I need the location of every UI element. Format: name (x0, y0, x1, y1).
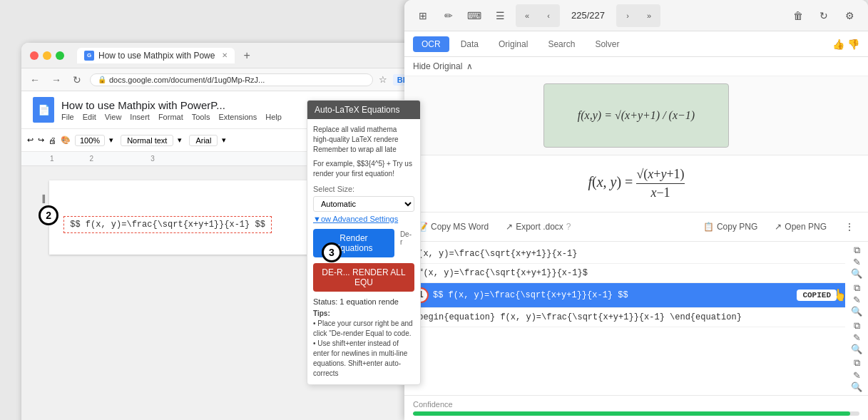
minimize-button[interactable] (43, 51, 51, 60)
thumbs-up-btn[interactable]: 👍 (832, 39, 844, 50)
denominator: x−1 (636, 184, 684, 200)
open-png-btn[interactable]: ↗ Open PNG (770, 220, 831, 234)
export-icon: ↗ (506, 222, 513, 232)
style-arrow[interactable]: ▾ (178, 135, 182, 145)
address-bar[interactable]: 🔒 docs.google.com/document/d/1ug0Mp-RzJ.… (90, 73, 373, 86)
maximize-button[interactable] (56, 51, 64, 60)
edit-result-4-btn[interactable]: ✎ (847, 369, 867, 380)
search-result-1-btn[interactable]: 🔍 (847, 268, 867, 279)
menu-help[interactable]: Help (265, 113, 282, 121)
toolbar-menu-btn[interactable]: ☰ (490, 6, 510, 26)
copy-result-3-btn[interactable]: ⧉ (847, 320, 867, 332)
export-docx-btn[interactable]: ↗ Export .docx ? (501, 220, 575, 234)
font-arrow[interactable]: ▾ (222, 135, 226, 145)
menu-insert[interactable]: Insert (130, 113, 150, 121)
more-options-btn[interactable]: ⋮ (839, 217, 859, 237)
toolbar-snip-btn[interactable]: ⊞ (413, 6, 433, 26)
mp-actions-row: 📝 Copy MS Word ↗ Export .docx ? 📋 Copy P… (404, 212, 868, 242)
hide-original-label: Hide Original (413, 61, 462, 71)
confidence-section: Confidence (404, 395, 868, 420)
zoom-arrow[interactable]: ▾ (109, 135, 113, 145)
tip-2: • Use shift+enter instead of enter for n… (313, 339, 414, 379)
mp-right-icons: ⧉ ✎ 🔍 ⧉ ✎ 🔍 ⧉ ✎ 🔍 ⧉ ✎ 🔍 (845, 242, 868, 395)
browser-tab[interactable]: G How to use Mathpix with Powe ✕ (77, 48, 235, 63)
search-result-4-btn[interactable]: 🔍 (847, 381, 867, 392)
hide-original-row[interactable]: Hide Original ∧ (404, 57, 868, 76)
edit-result-3-btn[interactable]: ✎ (847, 332, 867, 343)
docs-logo: 📄 (33, 97, 54, 123)
result-text-3: $$ f(x, y)=\frac{\sqrt{x+y+1}}{x-1} $$ (433, 290, 628, 300)
copy-ms-word-label: Copy MS Word (431, 222, 489, 232)
de-render-link[interactable]: De-r (397, 226, 414, 260)
result-item-1[interactable]: f(x, y)=\frac{\sqrt{x+y+1}}{x-1} (404, 245, 845, 264)
refresh-btn[interactable]: ↻ (814, 6, 834, 26)
paint-btn[interactable]: 🎨 (61, 135, 71, 145)
menu-view[interactable]: View (105, 113, 122, 121)
thumbs-area: 👍 👎 (832, 39, 859, 50)
sidebar-description: Replace all valid mathema high-quality L… (313, 125, 414, 155)
tab-search[interactable]: Search (539, 36, 583, 52)
menu-extensions[interactable]: Extensions (218, 113, 257, 121)
numerator: √(x+y+1) (636, 167, 684, 184)
menu-format[interactable]: Format (158, 113, 183, 121)
result-item-2[interactable]: $f(x, y)=\frac{\sqrt{x+y+1}}{x-1}$ (404, 264, 845, 283)
page-counter: 225/227 (571, 10, 605, 21)
result-3-content: 1 $$ f(x, y)=\frac{\sqrt{x+y+1}}{x-1} $$… (413, 287, 837, 303)
toolbar-pencil-btn[interactable]: ✏ (439, 6, 459, 26)
tab-solver[interactable]: Solver (586, 36, 628, 52)
de-render-all-btn[interactable]: DE-R... RENDER ALL EQU (313, 263, 414, 292)
print-btn[interactable]: 🖨 (48, 136, 56, 145)
paragraph-style[interactable]: Normal text (121, 135, 173, 146)
open-png-icon: ↗ (775, 222, 782, 232)
copy-png-btn[interactable]: 📋 Copy PNG (699, 220, 762, 234)
nav-last-btn[interactable]: » (639, 6, 659, 26)
copy-result-2-btn[interactable]: ⧉ (847, 282, 867, 294)
back-nav-btn[interactable]: ← (27, 73, 43, 87)
redo-btn[interactable]: ↪ (38, 135, 44, 145)
thumbs-down-btn[interactable]: 👎 (847, 39, 859, 50)
nav-next-btn[interactable]: › (618, 6, 638, 26)
search-result-2-btn[interactable]: 🔍 (847, 306, 867, 317)
copy-ms-word-btn[interactable]: 📝 Copy MS Word (413, 220, 493, 234)
close-button[interactable] (30, 51, 39, 60)
toolbar-keyboard-btn[interactable]: ⌨ (464, 6, 484, 26)
tab-close-btn[interactable]: ✕ (222, 51, 228, 59)
result-item-4[interactable]: \begin{equation} f(x, y)=\frac{\sqrt{x+y… (404, 308, 845, 327)
tab-ocr[interactable]: OCR (413, 36, 449, 52)
zoom-btn[interactable]: 100% (75, 135, 105, 146)
nav-group-2: › » (616, 4, 660, 27)
menu-file[interactable]: File (61, 113, 74, 121)
result-item-3[interactable]: 👆 1 $$ f(x, y)=\frac{\sqrt{x+y+1}}{x-1} … (404, 283, 845, 308)
handwritten-math: f(x,y) = √(x+y+1) / (x−1) (578, 109, 695, 122)
edit-result-2-btn[interactable]: ✎ (847, 294, 867, 305)
rendered-formula: f(x, y) = √(x+y+1) x−1 (588, 167, 684, 200)
menu-tools[interactable]: Tools (192, 113, 210, 121)
result-text-4: \begin{equation} f(x, y)=\frac{\sqrt{x+y… (413, 312, 742, 322)
settings-btn[interactable]: ⚙ (839, 6, 859, 26)
trash-btn[interactable]: 🗑 (788, 6, 808, 26)
tab-add-btn[interactable]: + (243, 49, 250, 62)
tab-data[interactable]: Data (452, 36, 487, 52)
nav-prev-btn[interactable]: ‹ (538, 6, 558, 26)
font-select[interactable]: Arial (189, 135, 218, 146)
mp-results-area: f(x, y)=\frac{\sqrt{x+y+1}}{x-1} $f(x, y… (404, 242, 868, 395)
tab-original[interactable]: Original (490, 36, 536, 52)
equation-text: $$ f(x, y)=\frac{\sqrt{x+y+1}}{x-1} $$ (70, 220, 265, 230)
reload-btn[interactable]: ↻ (70, 73, 84, 87)
size-select[interactable]: Automatic (313, 196, 414, 212)
sidebar-example: For example, $$3{4^5} + Try us render yo… (313, 159, 414, 179)
sidebar-panel-title: Auto-LaTeX Equations (315, 105, 399, 115)
copy-result-4-btn[interactable]: ⧉ (847, 357, 867, 369)
search-result-3-btn[interactable]: 🔍 (847, 344, 867, 354)
forward-nav-btn[interactable]: → (48, 73, 64, 87)
menu-edit[interactable]: Edit (83, 113, 96, 121)
advanced-settings-link[interactable]: ▼ow Advanced Settings (313, 215, 414, 223)
edit-result-1-btn[interactable]: ✎ (847, 257, 867, 267)
nav-first-btn[interactable]: « (517, 6, 537, 26)
bookmark-btn[interactable]: ☆ (379, 74, 387, 85)
icon-separator-3 (847, 355, 867, 357)
browser-titlebar: G How to use Mathpix with Powe ✕ + (21, 43, 428, 68)
ruler-mark-2: 2 (90, 155, 94, 163)
undo-btn[interactable]: ↩ (27, 135, 34, 145)
copy-result-1-btn[interactable]: ⧉ (847, 245, 867, 256)
